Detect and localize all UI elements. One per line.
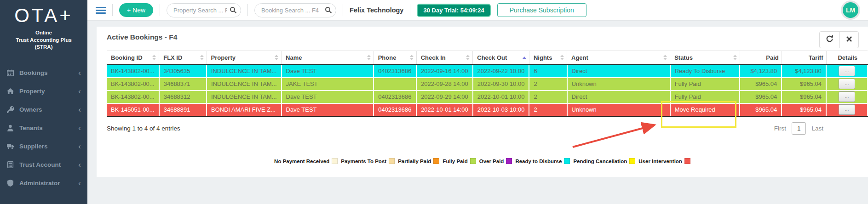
sidebar-item-label: Tenants (19, 125, 78, 131)
legend-color-swatch (564, 158, 570, 164)
cell-check_in: 2022-10-01 14:00 (416, 103, 473, 116)
col-header-booking_id[interactable]: Booking ID (107, 51, 159, 65)
col-header-property[interactable]: Property (207, 51, 282, 65)
sidebar-item-owners[interactable]: Owners‹ (0, 101, 87, 119)
chevron-left-icon: ‹ (78, 106, 81, 113)
sort-asc-icon (523, 57, 526, 59)
cell-check_out: 2022-09-30 10:00 (473, 78, 529, 91)
chevron-left-icon: ‹ (78, 124, 81, 132)
sidebar-item-bookings[interactable]: Bookings‹ (0, 64, 87, 82)
cell-property: BONDI AMARI FIVE Z... (207, 103, 282, 116)
legend-item: User Intervention (638, 158, 690, 164)
col-header-agent[interactable]: Agent (567, 51, 670, 65)
calculator-icon (7, 161, 14, 169)
column-label: Check In (421, 54, 446, 61)
trial-countdown-button[interactable]: 30 Day Trial: 54:09:24 (417, 4, 490, 17)
divider (112, 4, 113, 16)
legend-item: Pending Cancellation (573, 158, 635, 164)
legend-item: Payments To Post (341, 158, 395, 164)
sidebar-item-tenants[interactable]: Tenants‹ (0, 119, 87, 137)
col-header-check_in[interactable]: Check In (416, 51, 473, 65)
table-row[interactable]: BK-143802-00...34688371INDULGENCE IN TAM… (107, 78, 868, 91)
cell-booking_id: BK-143802-00... (107, 91, 159, 103)
new-button[interactable]: + New (119, 3, 153, 17)
sort-icon (275, 55, 278, 60)
bookings-table-wrap: Booking IDFLX IDPropertyNamePhoneCheck I… (107, 51, 868, 117)
divider (343, 4, 343, 16)
details-button[interactable]: ... (839, 79, 855, 89)
legend-label: Payments To Post (341, 159, 386, 164)
cell-agent: Direct (567, 91, 670, 103)
sidebar-item-administrator[interactable]: Administrator‹ (0, 174, 87, 193)
cell-phone: 0402313686 (374, 91, 416, 103)
legend-color-swatch (433, 158, 439, 164)
page: { "app": { "logo": "OTA+", "tagline_line… (0, 0, 868, 204)
table-row[interactable]: BK-143802-00...34688312INDULGENCE IN TAM… (107, 91, 868, 103)
tagline-line3: (STRA) (0, 44, 87, 51)
close-button[interactable] (839, 32, 858, 48)
cell-agent: Unknown (567, 103, 670, 116)
sidebar-item-trust-account[interactable]: Trust Account‹ (0, 156, 87, 174)
property-search-input[interactable] (167, 3, 241, 17)
avatar[interactable]: LM (841, 0, 860, 20)
company-name: Felix Technology (350, 6, 403, 14)
legend-color-swatch (389, 158, 395, 164)
details-button[interactable]: ... (839, 104, 855, 115)
cell-details: ... (826, 65, 868, 78)
purchase-subscription-button[interactable]: Purchase Subscription (497, 3, 586, 17)
sort-icon (410, 55, 414, 60)
menu-toggle-icon[interactable] (96, 7, 106, 14)
sidebar-item-suppliers[interactable]: Suppliers‹ (0, 137, 87, 156)
col-header-nights[interactable]: Nights (529, 51, 567, 65)
legend-color-swatch (332, 158, 338, 164)
col-header-status[interactable]: Status (670, 51, 740, 65)
sort-icon (367, 55, 371, 60)
cell-phone: 0402313686 (374, 103, 416, 116)
status-legend: No Payment ReceivedPayments To PostParti… (97, 158, 868, 164)
cell-status: Fully Paid (670, 78, 740, 91)
pagination-last[interactable]: Last (811, 125, 823, 132)
cell-property: INDULGENCE IN TAM... (207, 91, 282, 103)
col-header-phone[interactable]: Phone (374, 51, 416, 65)
column-label: Details (838, 54, 857, 61)
cell-tariff: $965.04 (782, 103, 826, 116)
legend-item: No Payment Received (274, 158, 338, 164)
cell-tariff: $965.04 (782, 78, 826, 91)
col-header-check_out[interactable]: Check Out (473, 51, 529, 65)
sidebar-item-label: Property (19, 88, 78, 95)
column-label: Name (286, 54, 302, 61)
sidebar: OTA+ Online Trust Accounting Plus (STRA)… (0, 0, 87, 204)
legend-item: Fully Paid (443, 158, 476, 164)
active-bookings-card: Active Bookings - F4 Booking IDFLX IDPro… (97, 27, 868, 177)
truck-icon (7, 143, 14, 150)
col-header-name[interactable]: Name (282, 51, 374, 65)
pagination-current-page[interactable]: 1 (792, 122, 806, 135)
close-icon (846, 36, 852, 44)
cell-check_in: 2022-09-29 14:00 (416, 91, 473, 103)
cell-check_in: 2022-09-16 14:00 (416, 65, 473, 78)
column-label: Tariff (809, 54, 823, 61)
sort-icon (466, 55, 470, 60)
col-header-flx_id[interactable]: FLX ID (159, 51, 207, 65)
cell-flx_id: 34688371 (159, 78, 207, 91)
topbar: + New Felix Technology 30 Day Trial: 54:… (87, 0, 868, 21)
cell-paid: $4,123.80 (740, 65, 782, 78)
column-label: Nights (534, 54, 552, 61)
table-row[interactable]: BK-143802-00...34305635INDULGENCE IN TAM… (107, 65, 868, 78)
calendar-icon (7, 69, 14, 77)
booking-search-input[interactable] (254, 3, 336, 17)
cell-nights: 2 (529, 78, 567, 91)
details-button[interactable]: ... (839, 66, 855, 76)
legend-color-swatch (684, 158, 690, 164)
shield-icon (7, 180, 14, 187)
details-button[interactable]: ... (839, 91, 855, 102)
pagination-first[interactable]: First (774, 125, 786, 132)
page-title: Active Bookings - F4 (107, 33, 177, 41)
table-row[interactable]: BK-145051-00...34688891BONDI AMARI FIVE … (107, 103, 868, 116)
sidebar-item-property[interactable]: Property‹ (0, 82, 87, 101)
cell-name: Dave TEST (282, 103, 374, 116)
legend-item: Partially Paid (398, 158, 439, 164)
sidebar-item-label: Administrator (19, 180, 78, 187)
refresh-button[interactable] (820, 32, 839, 48)
cell-check_in: 2022-09-28 14:00 (416, 78, 473, 91)
